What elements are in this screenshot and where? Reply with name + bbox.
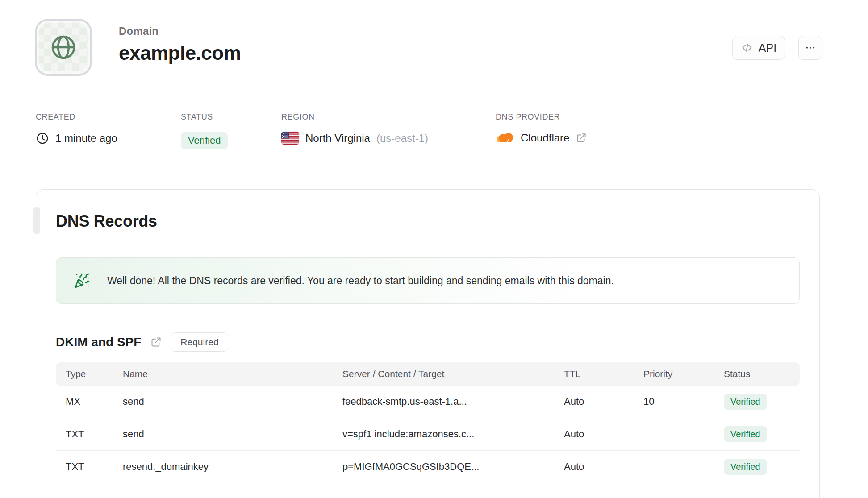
table-row[interactable]: TXT resend._domainkey p=MIGfMA0GCSqGSIb3… — [56, 451, 800, 483]
column-header-name: Name — [113, 369, 333, 379]
dns-records-table: Type Name Server / Content / Target TTL … — [56, 362, 800, 483]
table-row[interactable]: MX send feedback-smtp.us-east-1.a... Aut… — [56, 386, 800, 418]
region-label: REGION — [281, 112, 428, 122]
created-label: CREATED — [36, 112, 117, 122]
record-name: send — [113, 396, 333, 407]
meta-status: STATUS Verified — [181, 112, 228, 149]
record-name: send — [113, 428, 333, 440]
record-status-badge: Verified — [724, 459, 767, 475]
required-badge: Required — [171, 332, 228, 352]
clock-icon — [36, 132, 49, 145]
column-header-ttl: TTL — [554, 369, 634, 379]
region-value: North Virginia — [305, 132, 370, 145]
domain-avatar — [35, 19, 92, 76]
us-flag-icon — [281, 132, 299, 145]
page-title: example.com — [119, 42, 241, 64]
card-anchor-indicator — [33, 207, 40, 234]
table-row[interactable]: TXT send v=spf1 include:amazonses.c... A… — [56, 418, 800, 451]
section-title: DKIM and SPF — [56, 335, 141, 349]
code-icon — [741, 42, 753, 54]
record-type: TXT — [56, 461, 113, 473]
created-value: 1 minute ago — [55, 132, 117, 145]
region-code: (us-east-1) — [376, 132, 428, 145]
success-banner: Well done! All the DNS records are verif… — [56, 257, 800, 304]
column-header-content: Server / Content / Target — [333, 369, 554, 379]
page-eyebrow: Domain — [119, 25, 241, 37]
record-type: TXT — [56, 428, 113, 440]
header-actions: API — [732, 36, 822, 60]
dns-provider-label: DNS PROVIDER — [496, 112, 587, 122]
status-badge: Verified — [181, 132, 228, 149]
record-status-badge: Verified — [724, 394, 767, 410]
cloudflare-icon — [496, 132, 514, 144]
record-name: resend._domainkey — [113, 461, 333, 473]
dns-provider-value: Cloudflare — [521, 132, 569, 144]
success-banner-text: Well done! All the DNS records are verif… — [107, 275, 614, 287]
column-header-priority: Priority — [634, 369, 714, 379]
status-label: STATUS — [181, 112, 228, 122]
record-content: v=spf1 include:amazonses.c... — [333, 428, 554, 440]
record-status-badge: Verified — [724, 426, 767, 442]
ellipsis-icon — [805, 42, 816, 54]
card-title: DNS Records — [56, 212, 800, 231]
dns-records-card: DNS Records Well done! All the DNS recor… — [36, 189, 820, 498]
meta-region: REGION — [281, 112, 428, 145]
external-link-icon[interactable] — [150, 336, 162, 348]
more-options-button[interactable] — [798, 36, 822, 60]
meta-dns-provider: DNS PROVIDER Cloudflare — [496, 112, 587, 144]
party-popper-icon — [74, 273, 90, 289]
api-button[interactable]: API — [732, 36, 785, 60]
record-content: p=MIGfMA0GCSqGSIb3DQE... — [333, 461, 554, 473]
table-header-row: Type Name Server / Content / Target TTL … — [56, 362, 800, 386]
record-priority: 10 — [634, 396, 714, 407]
column-header-status: Status — [714, 369, 800, 379]
record-ttl: Auto — [554, 461, 634, 473]
dkim-spf-section-header: DKIM and SPF Required — [56, 332, 800, 352]
globe-icon — [49, 33, 78, 62]
record-ttl: Auto — [554, 428, 634, 440]
external-link-icon[interactable] — [576, 132, 587, 144]
domain-detail-page: Domain example.com API CREATED — [0, 0, 868, 498]
column-header-type: Type — [56, 369, 113, 379]
meta-created: CREATED 1 minute ago — [36, 112, 117, 145]
record-content: feedback-smtp.us-east-1.a... — [333, 396, 554, 407]
record-ttl: Auto — [554, 396, 634, 407]
record-type: MX — [56, 396, 113, 407]
page-header: Domain example.com — [119, 25, 241, 64]
api-button-label: API — [759, 42, 776, 54]
